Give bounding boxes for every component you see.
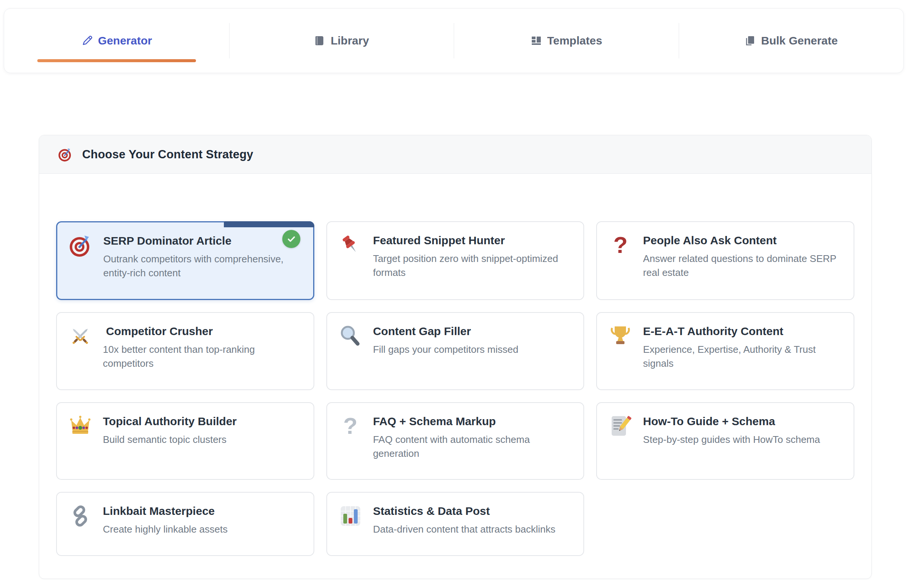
link-icon <box>68 504 92 528</box>
crown-icon <box>68 414 92 438</box>
gray-question-icon: ? <box>338 414 363 438</box>
card-description: 10x better content than top-ranking comp… <box>103 342 302 370</box>
top-tab-bar: Generator Library Templates Bulk Generat… <box>4 8 904 73</box>
card-title: Competitor Crusher <box>103 325 302 338</box>
check-badge <box>282 230 300 248</box>
strategy-card-eeat-authority[interactable]: E-E-A-T Authority Content Experience, Ex… <box>596 312 854 390</box>
card-description: FAQ content with automatic schema genera… <box>373 433 572 460</box>
target-icon <box>57 147 73 162</box>
tab-bulk-generate-label: Bulk Generate <box>761 34 838 47</box>
tab-bulk-generate[interactable]: Bulk Generate <box>679 9 904 73</box>
memo-icon <box>608 414 632 438</box>
card-description: Fill gaps your competitors missed <box>373 342 572 357</box>
card-description: Answer related questions to dominate SER… <box>643 252 841 279</box>
red-question-icon: ? <box>608 233 632 257</box>
card-description: Create highly linkable assets <box>103 522 302 536</box>
card-title: E-E-A-T Authority Content <box>643 325 841 338</box>
card-title: Statistics & Data Post <box>373 505 572 517</box>
card-description: Experience, Expertise, Authority & Trust… <box>643 342 841 370</box>
card-title: Featured Snippet Hunter <box>373 234 572 247</box>
card-description: Step-by-step guides with HowTo schema <box>643 433 841 447</box>
tab-generator-label: Generator <box>98 34 152 47</box>
selected-strip <box>224 221 314 227</box>
tab-templates[interactable]: Templates <box>454 9 679 73</box>
card-title: FAQ + Schema Markup <box>373 415 572 428</box>
strategy-card-competitor-crusher[interactable]: Competitor Crusher 10x better content th… <box>56 312 314 390</box>
content-strategy-panel: Choose Your Content Strategy <box>39 135 872 579</box>
layout-icon <box>530 35 542 47</box>
card-title: People Also Ask Content <box>643 234 841 247</box>
strategy-card-featured-snippet[interactable]: Featured Snippet Hunter Target position … <box>326 221 584 300</box>
check-icon <box>286 233 297 245</box>
copy-icon <box>744 35 756 47</box>
tab-library[interactable]: Library <box>229 9 454 73</box>
card-title: Content Gap Filler <box>373 325 572 338</box>
panel-header: Choose Your Content Strategy <box>39 135 871 174</box>
card-title: Linkbait Masterpiece <box>103 505 302 517</box>
card-title: Topical Authority Builder <box>103 415 302 428</box>
strategy-card-howto-guide[interactable]: How-To Guide + Schema Step-by-step guide… <box>596 402 854 480</box>
card-title: SERP Dominator Article <box>103 234 301 247</box>
strategy-card-linkbait[interactable]: Linkbait Masterpiece Create highly linka… <box>56 492 314 556</box>
tab-library-label: Library <box>331 34 369 47</box>
crossed-swords-icon <box>68 324 92 348</box>
strategy-card-content-gap[interactable]: Content Gap Filler Fill gaps your compet… <box>326 312 584 390</box>
tab-templates-label: Templates <box>547 34 602 47</box>
strategy-card-statistics[interactable]: Statistics & Data Post Data-driven conte… <box>326 492 584 556</box>
strategy-card-topical-authority[interactable]: Topical Authority Builder Build semantic… <box>56 402 314 480</box>
bar-chart-icon <box>338 504 363 528</box>
book-icon <box>313 35 326 47</box>
active-tab-underline <box>37 59 196 62</box>
strategy-card-people-also-ask[interactable]: ? People Also Ask Content Answer related… <box>596 221 854 300</box>
target-icon <box>69 234 93 258</box>
card-description: Target position zero with snippet-optimi… <box>373 252 572 279</box>
card-title: How-To Guide + Schema <box>643 415 841 428</box>
pencil-icon <box>81 35 93 47</box>
tab-generator[interactable]: Generator <box>4 9 229 73</box>
card-description: Outrank competitors with comprehensive, … <box>103 252 301 280</box>
card-description: Build semantic topic clusters <box>103 433 302 447</box>
panel-title: Choose Your Content Strategy <box>82 148 253 162</box>
strategy-card-serp-dominator[interactable]: SERP Dominator Article Outrank competito… <box>56 221 314 300</box>
trophy-icon <box>608 324 632 348</box>
magnifier-icon <box>338 324 363 348</box>
strategy-grid: SERP Dominator Article Outrank competito… <box>39 174 871 571</box>
pushpin-icon <box>338 233 363 257</box>
strategy-card-faq-schema[interactable]: ? FAQ + Schema Markup FAQ content with a… <box>326 402 584 480</box>
card-description: Data-driven content that attracts backli… <box>373 522 572 536</box>
